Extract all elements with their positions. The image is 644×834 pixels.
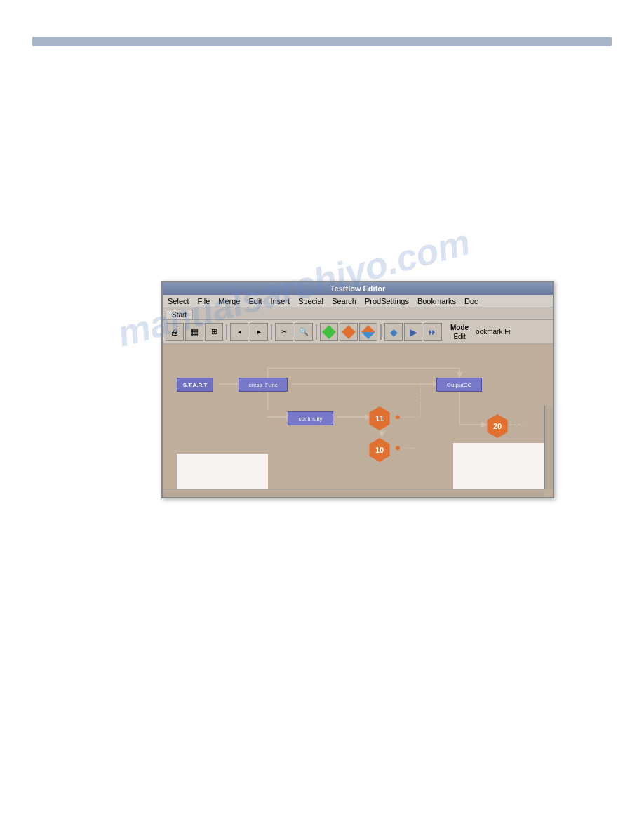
start-label: S.T.A.R.T [183, 382, 208, 388]
bookmark-label: ookmark Fi [476, 328, 510, 336]
menu-item-search[interactable]: Search [330, 296, 358, 306]
arrow-end-button[interactable]: ⏭ [424, 323, 442, 341]
separator-2 [271, 324, 272, 340]
editor-window: Testflow Editor Select File Merge Edit I… [161, 281, 554, 498]
arrow-fwd-button[interactable]: ▶ [404, 323, 422, 341]
tab-start[interactable]: Start [166, 310, 193, 319]
scrollbar-horizontal[interactable] [163, 489, 544, 497]
menu-item-doc[interactable]: Doc [462, 296, 481, 306]
separator-1 [226, 324, 227, 340]
svg-point-9 [396, 446, 400, 450]
grid-button[interactable]: ▦ [185, 323, 203, 341]
diamond-split-button[interactable] [359, 323, 377, 341]
continuity-label: continuity [299, 416, 323, 422]
menu-item-special[interactable]: Special [296, 296, 326, 306]
svg-point-5 [396, 415, 400, 419]
table-icon: ⊞ [211, 327, 217, 336]
menu-item-bookmarks[interactable]: Bookmarks [415, 296, 458, 306]
scrollbar-vertical[interactable] [544, 406, 553, 489]
hex-10-label: 10 [375, 446, 384, 454]
search-icon: 🔍 [299, 327, 309, 336]
mode-display: Mode Edit [450, 323, 469, 341]
scissors-icon: ✂ [281, 328, 287, 336]
arrow-end-icon: ⏭ [429, 327, 437, 337]
xress-func-label: xress_Func [248, 382, 277, 388]
hex-node-10[interactable]: 10 [368, 438, 391, 462]
overlay-box-left [177, 454, 268, 489]
top-bar [32, 37, 612, 46]
menu-item-select[interactable]: Select [166, 296, 192, 306]
menu-item-insert[interactable]: Insert [268, 296, 292, 306]
continuity-block[interactable]: continuity [288, 411, 333, 425]
mode-value: Edit [450, 332, 469, 341]
hex-node-11[interactable]: 11 [368, 406, 391, 430]
tabs-bar: Start [163, 307, 553, 320]
start-block[interactable]: S.T.A.R.T [177, 378, 213, 392]
menu-item-prodsettings[interactable]: ProdSettings [363, 296, 411, 306]
menu-item-file[interactable]: File [196, 296, 213, 306]
table-button[interactable]: ⊞ [205, 323, 223, 341]
diamond-orange-icon [342, 325, 356, 339]
nav-left-icon: ◂ [238, 328, 241, 336]
xress-func-block[interactable]: xress_Func [239, 378, 288, 392]
grid-icon: ▦ [190, 326, 199, 337]
arrow-fwd-icon: ▶ [410, 326, 417, 338]
nav-left-button[interactable]: ◂ [230, 323, 248, 341]
menu-item-edit[interactable]: Edit [247, 296, 264, 306]
mode-label: Mode [450, 323, 469, 332]
nav-right-button[interactable]: ▸ [250, 323, 268, 341]
arrow-nav-icon: ◆ [390, 326, 398, 338]
diamond-split-icon [361, 325, 375, 339]
output-dc-block[interactable]: OutputDC [436, 378, 482, 392]
hex-node-20[interactable]: 20 [485, 414, 509, 438]
menu-item-merge[interactable]: Merge [216, 296, 242, 306]
arrow-nav-button[interactable]: ◆ [384, 323, 403, 341]
hex-11-label: 11 [375, 414, 384, 423]
nav-right-icon: ▸ [257, 328, 261, 336]
output-dc-label: OutputDC [447, 382, 472, 388]
toolbar: 🖨 ▦ ⊞ ◂ ▸ ✂ 🔍 [163, 320, 553, 344]
scissors-button[interactable]: ✂ [275, 323, 293, 341]
canvas-area[interactable]: S.T.A.R.T xress_Func OutputDC continuity… [163, 344, 553, 497]
print-icon: 🖨 [170, 326, 180, 337]
title-bar: Testflow Editor [163, 282, 553, 295]
search-button[interactable]: 🔍 [295, 323, 313, 341]
diamond-green-button[interactable] [320, 323, 338, 341]
diamond-green-icon [322, 325, 336, 339]
separator-4 [380, 324, 382, 340]
diamond-orange-button[interactable] [340, 323, 358, 341]
print-button[interactable]: 🖨 [166, 323, 184, 341]
overlay-box-right [453, 443, 544, 489]
window-title: Testflow Editor [330, 284, 386, 293]
menu-bar: Select File Merge Edit Insert Special Se… [163, 295, 553, 307]
separator-3 [316, 324, 317, 340]
hex-20-label: 20 [493, 422, 502, 430]
bookmark-display: ookmark Fi [476, 328, 510, 336]
